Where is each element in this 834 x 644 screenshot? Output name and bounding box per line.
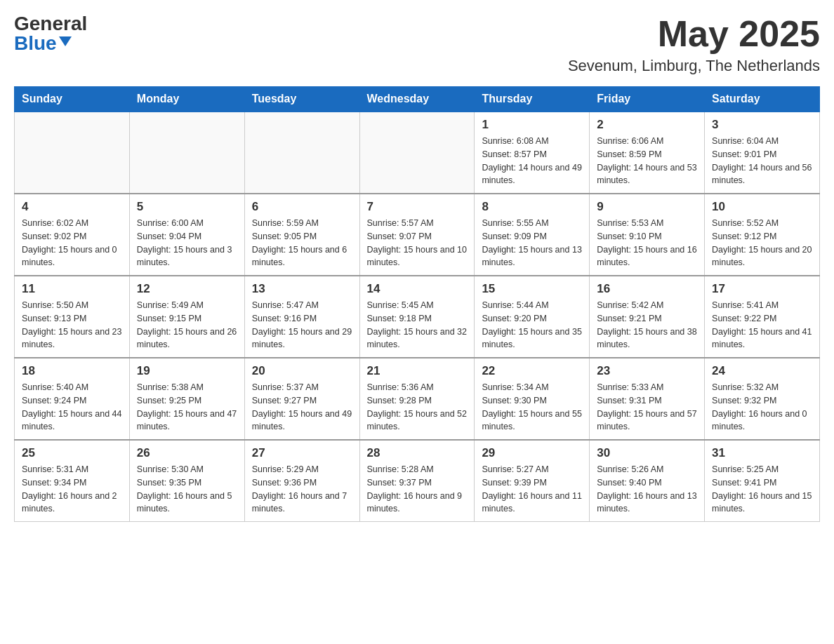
header-thursday: Thursday [475,87,590,112]
calendar-week-row: 18Sunrise: 5:40 AMSunset: 9:24 PMDayligh… [15,358,820,440]
day-number: 22 [482,364,582,378]
day-info: Sunrise: 5:33 AMSunset: 9:31 PMDaylight:… [597,381,697,434]
day-info: Sunrise: 5:31 AMSunset: 9:34 PMDaylight:… [22,463,122,516]
day-info: Sunrise: 5:28 AMSunset: 9:37 PMDaylight:… [367,463,468,516]
table-row: 9Sunrise: 5:53 AMSunset: 9:10 PMDaylight… [590,194,705,276]
day-number: 4 [22,200,122,214]
day-number: 19 [137,364,237,378]
table-row: 27Sunrise: 5:29 AMSunset: 9:36 PMDayligh… [244,440,359,522]
day-number: 17 [712,282,812,296]
day-info: Sunrise: 5:45 AMSunset: 9:18 PMDaylight:… [367,299,468,351]
calendar-week-row: 1Sunrise: 6:08 AMSunset: 8:57 PMDaylight… [15,112,820,194]
table-row: 12Sunrise: 5:49 AMSunset: 9:15 PMDayligh… [129,276,244,358]
table-row: 19Sunrise: 5:38 AMSunset: 9:25 PMDayligh… [129,358,244,440]
logo-arrow-icon [59,36,72,49]
day-number: 21 [367,364,468,378]
table-row: 1Sunrise: 6:08 AMSunset: 8:57 PMDaylight… [475,112,590,194]
day-number: 7 [367,200,468,214]
title-section: May 2025 Sevenum, Limburg, The Netherlan… [568,14,820,75]
header-tuesday: Tuesday [244,87,359,112]
day-number: 10 [712,200,812,214]
day-info: Sunrise: 6:02 AMSunset: 9:02 PMDaylight:… [22,217,122,269]
day-number: 2 [597,118,697,132]
table-row: 28Sunrise: 5:28 AMSunset: 9:37 PMDayligh… [359,440,475,522]
table-row: 30Sunrise: 5:26 AMSunset: 9:40 PMDayligh… [590,440,705,522]
day-info: Sunrise: 5:36 AMSunset: 9:28 PMDaylight:… [367,381,468,434]
day-number: 27 [252,446,352,460]
day-number: 30 [597,446,697,460]
table-row [129,112,244,194]
day-info: Sunrise: 5:52 AMSunset: 9:12 PMDaylight:… [712,217,812,269]
table-row: 7Sunrise: 5:57 AMSunset: 9:07 PMDaylight… [359,194,475,276]
header-friday: Friday [590,87,705,112]
day-number: 5 [137,200,237,214]
day-info: Sunrise: 5:29 AMSunset: 9:36 PMDaylight:… [252,463,352,516]
calendar-week-row: 25Sunrise: 5:31 AMSunset: 9:34 PMDayligh… [15,440,820,522]
day-number: 14 [367,282,468,296]
table-row: 10Sunrise: 5:52 AMSunset: 9:12 PMDayligh… [705,194,820,276]
table-row: 15Sunrise: 5:44 AMSunset: 9:20 PMDayligh… [475,276,590,358]
day-number: 29 [482,446,582,460]
table-row: 8Sunrise: 5:55 AMSunset: 9:09 PMDaylight… [475,194,590,276]
calendar-week-row: 11Sunrise: 5:50 AMSunset: 9:13 PMDayligh… [15,276,820,358]
day-number: 28 [367,446,468,460]
table-row: 3Sunrise: 6:04 AMSunset: 9:01 PMDaylight… [705,112,820,194]
day-number: 26 [137,446,237,460]
day-info: Sunrise: 5:32 AMSunset: 9:32 PMDaylight:… [712,381,812,434]
day-info: Sunrise: 5:25 AMSunset: 9:41 PMDaylight:… [712,463,812,516]
table-row: 2Sunrise: 6:06 AMSunset: 8:59 PMDaylight… [590,112,705,194]
header-monday: Monday [129,87,244,112]
day-info: Sunrise: 5:53 AMSunset: 9:10 PMDaylight:… [597,217,697,269]
day-info: Sunrise: 5:30 AMSunset: 9:35 PMDaylight:… [137,463,237,516]
day-number: 12 [137,282,237,296]
table-row: 16Sunrise: 5:42 AMSunset: 9:21 PMDayligh… [590,276,705,358]
day-info: Sunrise: 5:49 AMSunset: 9:15 PMDaylight:… [137,299,237,351]
table-row: 6Sunrise: 5:59 AMSunset: 9:05 PMDaylight… [244,194,359,276]
day-number: 9 [597,200,697,214]
table-row: 31Sunrise: 5:25 AMSunset: 9:41 PMDayligh… [705,440,820,522]
day-number: 25 [22,446,122,460]
day-number: 8 [482,200,582,214]
header-sunday: Sunday [15,87,130,112]
table-row: 23Sunrise: 5:33 AMSunset: 9:31 PMDayligh… [590,358,705,440]
day-info: Sunrise: 5:59 AMSunset: 9:05 PMDaylight:… [252,217,352,269]
day-info: Sunrise: 6:00 AMSunset: 9:04 PMDaylight:… [137,217,237,269]
day-info: Sunrise: 5:34 AMSunset: 9:30 PMDaylight:… [482,381,582,434]
page-header: General Blue May 2025 Sevenum, Limburg, … [14,14,820,75]
location-title: Sevenum, Limburg, The Netherlands [568,57,820,75]
calendar-header-row: Sunday Monday Tuesday Wednesday Thursday… [15,87,820,112]
table-row [359,112,475,194]
logo-blue: Blue [14,34,57,53]
svg-marker-0 [59,36,72,46]
table-row: 24Sunrise: 5:32 AMSunset: 9:32 PMDayligh… [705,358,820,440]
table-row: 14Sunrise: 5:45 AMSunset: 9:18 PMDayligh… [359,276,475,358]
table-row: 20Sunrise: 5:37 AMSunset: 9:27 PMDayligh… [244,358,359,440]
table-row: 22Sunrise: 5:34 AMSunset: 9:30 PMDayligh… [475,358,590,440]
table-row: 25Sunrise: 5:31 AMSunset: 9:34 PMDayligh… [15,440,130,522]
day-number: 1 [482,118,582,132]
table-row [15,112,130,194]
day-number: 18 [22,364,122,378]
header-saturday: Saturday [705,87,820,112]
day-number: 23 [597,364,697,378]
table-row: 29Sunrise: 5:27 AMSunset: 9:39 PMDayligh… [475,440,590,522]
day-info: Sunrise: 6:06 AMSunset: 8:59 PMDaylight:… [597,135,697,187]
table-row: 17Sunrise: 5:41 AMSunset: 9:22 PMDayligh… [705,276,820,358]
month-title: May 2025 [568,14,820,54]
table-row: 13Sunrise: 5:47 AMSunset: 9:16 PMDayligh… [244,276,359,358]
logo-general: General [14,14,87,34]
day-number: 16 [597,282,697,296]
day-info: Sunrise: 5:27 AMSunset: 9:39 PMDaylight:… [482,463,582,516]
table-row: 26Sunrise: 5:30 AMSunset: 9:35 PMDayligh… [129,440,244,522]
day-number: 6 [252,200,352,214]
day-info: Sunrise: 5:38 AMSunset: 9:25 PMDaylight:… [137,381,237,434]
day-number: 31 [712,446,812,460]
calendar-table: Sunday Monday Tuesday Wednesday Thursday… [14,86,820,522]
day-info: Sunrise: 5:42 AMSunset: 9:21 PMDaylight:… [597,299,697,351]
calendar-week-row: 4Sunrise: 6:02 AMSunset: 9:02 PMDaylight… [15,194,820,276]
day-number: 11 [22,282,122,296]
logo: General Blue [14,14,93,53]
table-row [244,112,359,194]
table-row: 18Sunrise: 5:40 AMSunset: 9:24 PMDayligh… [15,358,130,440]
day-number: 24 [712,364,812,378]
